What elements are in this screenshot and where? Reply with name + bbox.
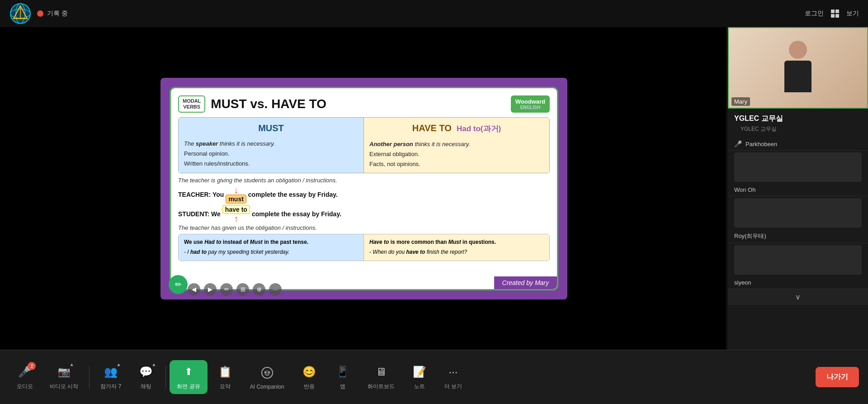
mary-name-tag: Mary: [731, 97, 750, 106]
participants-icon: 👥 ▲: [103, 364, 119, 380]
participants-label: 참가자 7: [100, 383, 121, 390]
person-head: [789, 41, 807, 59]
video-icon: 📷 ▲: [56, 364, 72, 380]
right-sidebar: Mary YGLEC 교무실 YGLEC 교무실 🎤 Parkhobeen Wo…: [728, 27, 868, 350]
slide-header: MODAL VERBS MUST vs. HAVE TO Woodward EN…: [178, 95, 550, 113]
more-icon: ···: [445, 364, 461, 380]
expand-participants-button[interactable]: ∨: [728, 289, 868, 305]
list-item: 🎤 Parkhobeen: [728, 138, 868, 151]
arrow-up-icon: ↑: [234, 214, 238, 223]
share-icon: ⬆: [180, 364, 197, 380]
haveto-header: HAVE TO Had to(과거): [369, 121, 544, 137]
apps-icon: 📱: [335, 364, 351, 380]
video-placeholder: [729, 28, 867, 108]
must-header: MUST: [184, 121, 358, 136]
ai-companion-icon: [259, 365, 275, 381]
created-by: Created by Mary: [494, 276, 557, 289]
person-body: [784, 61, 811, 92]
svg-point-7: [268, 371, 270, 373]
summary-icon: 📋: [217, 364, 233, 380]
must-body: The speaker thinks it is necessary. Pers…: [184, 139, 358, 169]
participant-video-thumb: [734, 245, 862, 275]
apps-label: 앱: [340, 383, 345, 390]
arrow-down-icon: ↓: [234, 185, 238, 195]
pencil-icon: ✏: [175, 280, 182, 290]
mic-icon: 🎤: [734, 140, 742, 147]
participant-list: 🎤 Parkhobeen Won Oh Roy(최우태) siyeon ∨: [728, 138, 868, 350]
top-bar-left: 기록 중: [9, 2, 68, 25]
prev-slide-button[interactable]: ◀: [188, 283, 200, 296]
audio-icon: 🎤 1 ▲: [17, 364, 33, 380]
participant-name: Won Oh: [734, 186, 755, 193]
view-label: 보기: [846, 10, 859, 18]
bottom-left-cell: We use Had to instead of Must in the pas…: [179, 234, 364, 260]
participants-button[interactable]: 👥 ▲ 참가자 7: [93, 360, 128, 394]
room-subtitle: YGLEC 교무실: [734, 124, 862, 135]
pencil-button[interactable]: ✏: [169, 275, 188, 294]
notes-icon: 📝: [411, 364, 428, 380]
slide-controls: ◀ ▶ ✏ ⊞ ⊕ ···: [188, 283, 282, 296]
apps-button[interactable]: 📱 앱: [327, 360, 359, 394]
more-button[interactable]: ··· 더 보기: [437, 360, 469, 394]
slide-container: MODAL VERBS MUST vs. HAVE TO Woodward EN…: [160, 78, 567, 299]
participants-caret-icon: ▲: [116, 362, 121, 367]
ai-companion-label: AI Companion: [250, 384, 284, 390]
chat-button[interactable]: 💬 ▲ 채팅: [130, 360, 162, 394]
modal-verbs-badge: MODAL VERBS: [178, 95, 205, 113]
mary-video: Mary: [728, 27, 868, 109]
summary-button[interactable]: 📋 요약: [209, 360, 241, 394]
edit-button[interactable]: ✏: [220, 283, 233, 296]
top-bar-right: 로그인 보기: [805, 10, 859, 18]
chat-caret-icon: ▲: [151, 362, 156, 367]
room-title-section: YGLEC 교무실 YGLEC 교무실: [728, 109, 868, 138]
summary-label: 요약: [220, 383, 231, 390]
slide-inner: MODAL VERBS MUST vs. HAVE TO Woodward EN…: [170, 87, 558, 290]
sentence4: The teacher has given us the obligation …: [178, 224, 550, 231]
must-column: MUST The speaker thinks it is necessary.…: [179, 118, 364, 173]
zoom-button[interactable]: ⊕: [253, 283, 265, 296]
app-logo: [9, 2, 32, 25]
thumbnail-button[interactable]: ⊞: [236, 283, 249, 296]
haveto-highlight: have to: [222, 205, 250, 214]
audio-label: 오디오: [17, 383, 33, 390]
audio-button[interactable]: 🎤 1 ▲ 오디오: [9, 360, 41, 394]
whiteboard-icon: 🖥: [373, 364, 389, 380]
separator-1: [89, 366, 90, 389]
notes-label: 노트: [414, 383, 425, 390]
sentence2: TEACHER: You ↓ must complete the essay b…: [178, 185, 550, 204]
share-button[interactable]: ⬆ 화면 공유: [170, 360, 207, 394]
woodward-badge: Woodward ENGLISH: [511, 95, 550, 113]
separator-2: [165, 366, 166, 389]
video-button[interactable]: 📷 ▲ 비디오 시작: [42, 360, 85, 394]
view-button[interactable]: [831, 10, 839, 18]
grid-icon: [831, 10, 839, 18]
notes-button[interactable]: 📝 노트: [404, 360, 435, 394]
list-item: Roy(최우태): [728, 229, 868, 243]
exit-button[interactable]: 나가기: [816, 367, 859, 387]
whiteboard-label: 화이트보드: [368, 383, 395, 390]
haveto-column: HAVE TO Had to(과거) Another person thinks…: [364, 118, 549, 173]
login-button[interactable]: 로그인: [805, 10, 824, 18]
sentence3: STUDENT: We have to ↑ complete the essay…: [178, 205, 550, 223]
must-highlight: must: [226, 195, 246, 204]
haveto-body: Another person thinks it is necessary. E…: [369, 139, 544, 169]
video-caret-icon: ▲: [70, 362, 74, 367]
toolbar-left-group: 🎤 1 ▲ 오디오 📷 ▲ 비디오 시작 👥 ▲ 참가자 7: [9, 360, 469, 394]
main-content: MODAL VERBS MUST vs. HAVE TO Woodward EN…: [0, 27, 728, 350]
top-bar: 기록 중 로그인 보기: [0, 0, 868, 27]
reaction-button[interactable]: 😊 반응: [293, 360, 325, 394]
chat-icon: 💬 ▲: [138, 364, 154, 380]
more-controls-button[interactable]: ···: [269, 283, 282, 296]
participant-video-thumb: [734, 198, 862, 228]
whiteboard-button[interactable]: 🖥 화이트보드: [360, 360, 402, 394]
svg-point-6: [264, 371, 266, 373]
participant-video-thumb: [734, 152, 862, 182]
rec-text: 기록 중: [47, 10, 68, 18]
room-title: YGLEC 교무실: [734, 114, 862, 124]
sentence1: The teacher is giving the students an ob…: [178, 177, 550, 184]
slide-comparison-table: MUST The speaker thinks it is necessary.…: [178, 117, 550, 173]
list-item: Won Oh: [728, 184, 868, 196]
share-label: 화면 공유: [177, 383, 200, 390]
play-button[interactable]: ▶: [204, 283, 217, 296]
ai-companion-button[interactable]: AI Companion: [243, 361, 292, 394]
